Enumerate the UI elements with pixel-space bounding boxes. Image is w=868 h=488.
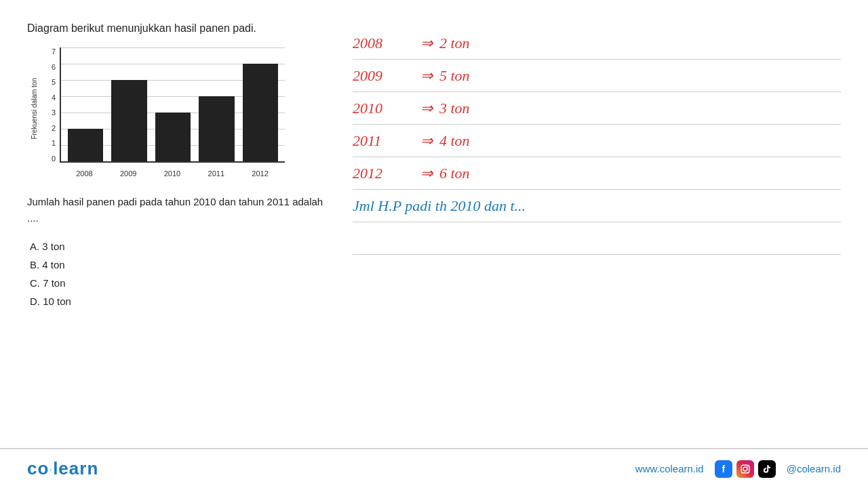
sol-year-2010: 2010 bbox=[353, 100, 414, 117]
svg-point-2 bbox=[747, 466, 748, 467]
sol-line-2008: 2008 ⇒ 2 ton bbox=[353, 27, 841, 60]
sol-arrow-2009: ⇒ bbox=[420, 67, 433, 85]
option-c: C. 7 ton bbox=[30, 274, 326, 292]
sol-year-2008: 2008 bbox=[353, 35, 414, 52]
bars bbox=[61, 47, 285, 161]
sol-line-2010: 2010 ⇒ 3 ton bbox=[353, 92, 841, 125]
empty-line bbox=[353, 222, 841, 255]
sol-value-2012: 6 ton bbox=[439, 165, 470, 182]
colearn-logo: co·learn bbox=[27, 458, 98, 479]
sol-summary-text: Jml H.P padi th 2010 dan t... bbox=[353, 197, 526, 215]
footer: co·learn www.colearn.id f @colearn.id bbox=[0, 449, 868, 488]
svg-point-1 bbox=[743, 467, 747, 471]
x-labels: 2008 2009 2010 2011 2012 bbox=[60, 164, 285, 183]
svg-rect-0 bbox=[741, 465, 749, 473]
sol-value-2010: 3 ton bbox=[439, 100, 470, 117]
footer-handle: @colearn.id bbox=[787, 463, 841, 474]
question-subtext: Jumlah hasil panen padi pada tahun 2010 … bbox=[27, 194, 326, 226]
question-intro: Diagram berikut menunjukkan hasil panen … bbox=[27, 20, 326, 37]
sol-summary-line: Jml H.P padi th 2010 dan t... bbox=[353, 190, 841, 222]
sol-year-2011: 2011 bbox=[353, 132, 414, 150]
chart-area bbox=[60, 47, 285, 163]
y-label-0: 0 bbox=[52, 155, 56, 163]
sol-arrow-2008: ⇒ bbox=[420, 35, 433, 52]
logo-learn: learn bbox=[53, 458, 98, 479]
bar-2009 bbox=[111, 80, 146, 161]
sol-line-2011: 2011 ⇒ 4 ton bbox=[353, 125, 841, 157]
y-labels-container: 7 6 5 4 3 2 1 0 bbox=[27, 47, 60, 163]
sol-arrow-2011: ⇒ bbox=[420, 132, 433, 150]
options-list: A. 3 ton B. 4 ton C. 7 ton D. 10 ton bbox=[30, 237, 326, 310]
chart-container: Frekuensi dalam ton 7 6 5 4 3 2 1 0 bbox=[27, 47, 285, 183]
sol-value-2011: 4 ton bbox=[439, 132, 470, 150]
y-label-1: 1 bbox=[52, 139, 56, 147]
bar-2010 bbox=[155, 113, 191, 161]
sol-value-2008: 2 ton bbox=[439, 35, 470, 52]
option-d: D. 10 ton bbox=[30, 292, 326, 310]
footer-url: www.colearn.id bbox=[635, 463, 704, 474]
main-content: Diagram berikut menunjukkan hasil panen … bbox=[0, 0, 868, 324]
footer-icons: f bbox=[715, 460, 776, 478]
y-label-6: 6 bbox=[52, 63, 56, 71]
tiktok-icon bbox=[758, 460, 776, 478]
sol-line-2009: 2009 ⇒ 5 ton bbox=[353, 60, 841, 92]
left-panel: Diagram berikut menunjukkan hasil panen … bbox=[27, 20, 326, 310]
right-panel: 2008 ⇒ 2 ton 2009 ⇒ 5 ton 2010 ⇒ 3 ton 2… bbox=[353, 20, 841, 310]
instagram-icon bbox=[736, 460, 754, 478]
logo-co: co bbox=[27, 458, 49, 479]
bar-2011 bbox=[199, 96, 234, 161]
sol-value-2009: 5 ton bbox=[439, 67, 470, 85]
x-label-2011: 2011 bbox=[198, 169, 234, 178]
y-label-4: 4 bbox=[52, 94, 56, 102]
sol-line-2012: 2012 ⇒ 6 ton bbox=[353, 157, 841, 190]
sol-arrow-2010: ⇒ bbox=[420, 100, 433, 117]
facebook-icon: f bbox=[715, 460, 732, 478]
y-label-5: 5 bbox=[52, 78, 56, 86]
x-label-2008: 2008 bbox=[66, 169, 102, 178]
sol-year-2009: 2009 bbox=[353, 67, 414, 85]
y-label-7: 7 bbox=[52, 47, 56, 56]
x-label-2010: 2010 bbox=[155, 169, 191, 178]
x-label-2012: 2012 bbox=[242, 169, 278, 178]
footer-right: www.colearn.id f @colearn.id bbox=[635, 460, 841, 478]
x-label-2009: 2009 bbox=[111, 169, 146, 178]
sol-year-2012: 2012 bbox=[353, 165, 414, 182]
solution-lines: 2008 ⇒ 2 ton 2009 ⇒ 5 ton 2010 ⇒ 3 ton 2… bbox=[353, 27, 841, 255]
bar-2008 bbox=[68, 129, 103, 161]
y-label-2: 2 bbox=[52, 124, 56, 132]
y-label-3: 3 bbox=[52, 108, 56, 117]
sol-arrow-2012: ⇒ bbox=[420, 165, 433, 182]
option-b: B. 4 ton bbox=[30, 256, 326, 274]
option-a: A. 3 ton bbox=[30, 237, 326, 256]
bar-2012 bbox=[243, 64, 278, 161]
